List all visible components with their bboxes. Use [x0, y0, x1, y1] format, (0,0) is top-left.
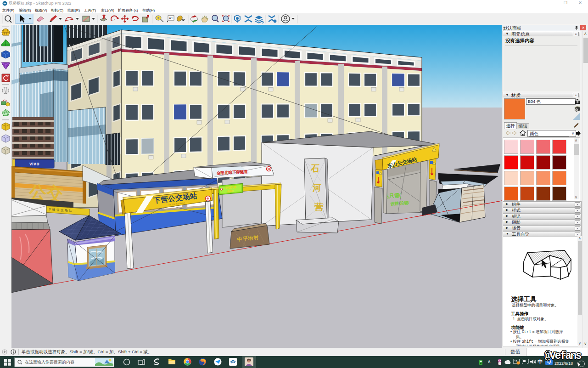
svg-text:营: 营 [314, 202, 323, 212]
svg-text:60: 60 [268, 168, 270, 170]
svg-text:河: 河 [312, 183, 321, 192]
svg-text:vivo: vivo [29, 161, 39, 166]
svg-text:A1: A1 [169, 17, 173, 20]
svg-text:石: 石 [310, 164, 319, 173]
